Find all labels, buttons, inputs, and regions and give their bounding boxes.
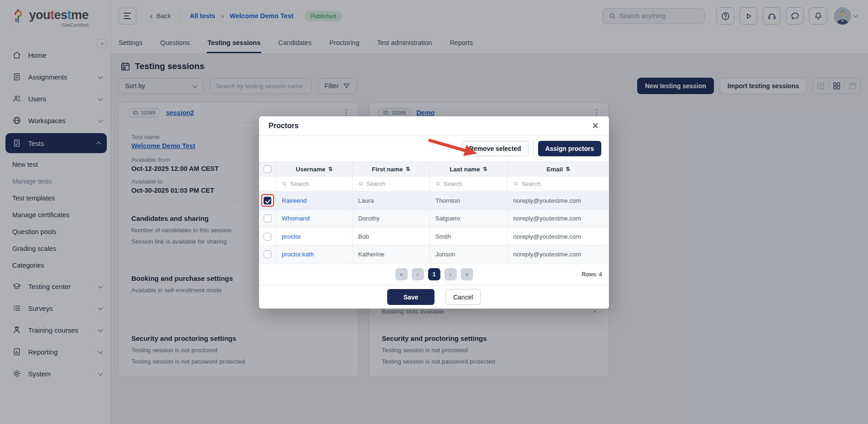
proctors-table-filter-row — [259, 176, 609, 192]
last-name-filter-input[interactable] — [444, 180, 502, 187]
cell-first-name: Dorothy — [353, 210, 430, 228]
pagination: « ‹ 1 › » Rows: 4 — [259, 264, 609, 285]
cell-first-name: Katherine — [353, 246, 430, 264]
proctors-modal: Proctors ✕ Remove selected Assign procto… — [259, 116, 609, 309]
table-row: Raireend Laura Thornton noreply@youtestm… — [259, 192, 609, 210]
cell-email: noreply@youtestme.com — [508, 246, 609, 264]
column-header-first-name[interactable]: First name⇅ — [353, 162, 430, 176]
email-filter-input[interactable] — [522, 180, 604, 187]
sort-icon[interactable]: ⇅ — [406, 166, 410, 172]
select-all-checkbox[interactable] — [264, 165, 271, 173]
modal-controls: Remove selected Assign proctors — [259, 135, 609, 162]
column-header-email[interactable]: Email⇅ — [508, 162, 609, 176]
table-row: Whomand Dorothy Salguero noreply@youtest… — [259, 210, 609, 228]
previous-page-button[interactable]: ‹ — [412, 268, 424, 280]
cell-email: noreply@youtestme.com — [508, 228, 609, 246]
search-icon — [513, 181, 519, 187]
proctors-table-header: Username⇅ First name⇅ Last name⇅ Email⇅ — [259, 162, 609, 176]
cell-email: noreply@youtestme.com — [508, 192, 609, 210]
row-checkbox[interactable] — [264, 214, 271, 222]
cancel-button[interactable]: Cancel — [445, 289, 481, 305]
last-page-button[interactable]: » — [461, 268, 473, 280]
username-filter-input[interactable] — [290, 180, 347, 187]
cell-first-name: Laura — [353, 192, 430, 210]
row-checkbox[interactable] — [264, 250, 271, 258]
username-link[interactable]: proctor — [282, 233, 301, 240]
username-link[interactable]: proctor.kath — [282, 251, 314, 258]
search-icon — [282, 181, 287, 187]
first-name-filter-input[interactable] — [366, 180, 424, 187]
save-button[interactable]: Save — [387, 289, 434, 305]
cell-first-name: Bob — [353, 228, 430, 246]
search-icon — [435, 181, 440, 187]
page-1-button[interactable]: 1 — [428, 268, 440, 280]
column-header-username[interactable]: Username⇅ — [276, 162, 353, 176]
username-link[interactable]: Whomand — [282, 215, 310, 222]
cell-last-name: Thornton — [430, 192, 508, 210]
sort-icon[interactable]: ⇅ — [328, 166, 333, 172]
row-checkbox[interactable] — [264, 233, 271, 240]
search-icon — [358, 181, 363, 187]
cell-last-name: Smith — [430, 228, 508, 246]
modal-title: Proctors — [269, 122, 299, 130]
assign-proctors-button[interactable]: Assign proctors — [538, 141, 601, 156]
sort-icon[interactable]: ⇅ — [483, 166, 487, 172]
next-page-button[interactable]: › — [444, 268, 457, 280]
table-row: proctor.kath Katherine Jonson noreply@yo… — [259, 246, 609, 264]
close-icon[interactable]: ✕ — [588, 120, 603, 132]
rows-count: Rows: 4 — [582, 271, 602, 278]
remove-selected-button[interactable]: Remove selected — [462, 141, 528, 156]
username-link[interactable]: Raireend — [282, 197, 307, 204]
cell-last-name: Salguero — [430, 210, 508, 228]
cell-last-name: Jonson — [430, 246, 508, 264]
table-row: proctor Bob Smith noreply@youtestme.com — [259, 228, 609, 246]
modal-footer: Save Cancel — [259, 285, 609, 309]
cell-email: noreply@youtestme.com — [508, 210, 609, 228]
row-checkbox[interactable] — [264, 197, 271, 205]
first-page-button[interactable]: « — [395, 268, 408, 280]
sort-icon[interactable]: ⇅ — [565, 166, 570, 172]
column-header-last-name[interactable]: Last name⇅ — [430, 162, 508, 176]
